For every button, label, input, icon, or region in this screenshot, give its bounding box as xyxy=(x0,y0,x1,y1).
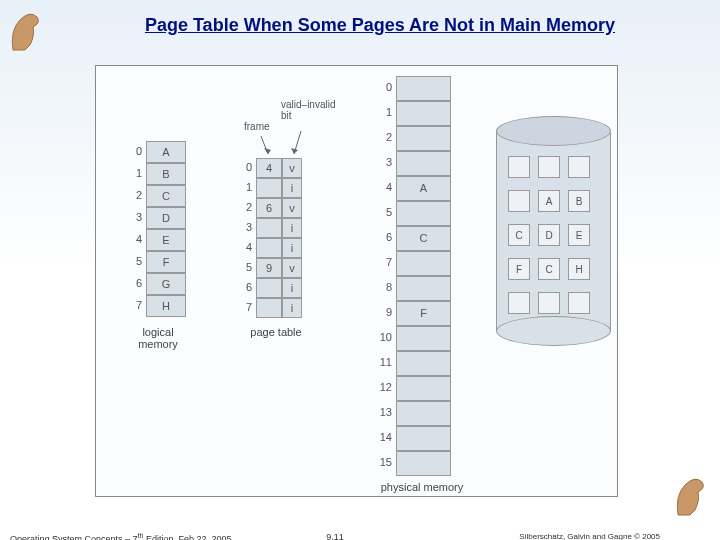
pt-frame-cell xyxy=(256,178,282,198)
logical-page-cell: A xyxy=(146,141,186,163)
phys-index: 10 xyxy=(372,331,392,343)
logical-index: 0 xyxy=(128,145,142,157)
dinosaur-icon xyxy=(670,470,710,520)
phys-index: 2 xyxy=(372,131,392,143)
phys-index: 4 xyxy=(372,181,392,193)
disk-slot xyxy=(508,190,530,212)
phys-index: 0 xyxy=(372,81,392,93)
phys-index: 11 xyxy=(372,356,392,368)
phys-index: 8 xyxy=(372,281,392,293)
phys-index: 12 xyxy=(372,381,392,393)
dinosaur-icon xyxy=(5,5,45,55)
pt-valid-cell: i xyxy=(282,278,302,298)
phys-index: 9 xyxy=(372,306,392,318)
logical-index: 5 xyxy=(128,255,142,267)
pt-frame-cell: 9 xyxy=(256,258,282,278)
footer-left: Operating System Concepts – 7th Edition,… xyxy=(10,532,231,540)
logical-index: 2 xyxy=(128,189,142,201)
disk-slot: D xyxy=(538,224,560,246)
pt-frame-cell xyxy=(256,238,282,258)
disk-slot: C xyxy=(508,224,530,246)
disk-slot xyxy=(508,292,530,314)
phys-frame-cell xyxy=(396,251,451,276)
phys-index: 1 xyxy=(372,106,392,118)
logical-page-cell: B xyxy=(146,163,186,185)
disk-slot: E xyxy=(568,224,590,246)
logical-page-cell: D xyxy=(146,207,186,229)
pt-index: 2 xyxy=(238,201,252,213)
phys-frame-cell: F xyxy=(396,301,451,326)
phys-frame-cell: C xyxy=(396,226,451,251)
pt-valid-cell: i xyxy=(282,218,302,238)
phys-frame-cell xyxy=(396,426,451,451)
copyright: Silberschatz, Galvin and Gagne © 2005 xyxy=(519,532,660,540)
pt-index: 1 xyxy=(238,181,252,193)
pt-valid-cell: v xyxy=(282,198,302,218)
phys-frame-cell xyxy=(396,351,451,376)
phys-frame-cell xyxy=(396,376,451,401)
logical-page-cell: C xyxy=(146,185,186,207)
pt-frame-cell xyxy=(256,298,282,318)
phys-index: 6 xyxy=(372,231,392,243)
logical-index: 1 xyxy=(128,167,142,179)
disk-slot xyxy=(538,156,560,178)
logical-index: 6 xyxy=(128,277,142,289)
logical-index: 7 xyxy=(128,299,142,311)
svg-marker-1 xyxy=(264,148,271,154)
disk-slot xyxy=(538,292,560,314)
logical-page-cell: G xyxy=(146,273,186,295)
phys-index: 13 xyxy=(372,406,392,418)
disk-slot xyxy=(508,156,530,178)
phys-index: 7 xyxy=(372,256,392,268)
svg-marker-3 xyxy=(291,148,298,154)
phys-frame-cell xyxy=(396,451,451,476)
phys-frame-cell: A xyxy=(396,176,451,201)
phys-index: 15 xyxy=(372,456,392,468)
phys-frame-cell xyxy=(396,401,451,426)
pt-index: 5 xyxy=(238,261,252,273)
phys-index: 3 xyxy=(372,156,392,168)
pt-valid-cell: i xyxy=(282,178,302,198)
phys-frame-cell xyxy=(396,126,451,151)
phys-index: 14 xyxy=(372,431,392,443)
physical-memory-label: physical memory xyxy=(372,481,472,493)
disk-slot: H xyxy=(568,258,590,280)
slide-number: 9.11 xyxy=(326,532,344,540)
phys-frame-cell xyxy=(396,201,451,226)
pt-frame-cell xyxy=(256,278,282,298)
logical-page-cell: H xyxy=(146,295,186,317)
disk-slot: F xyxy=(508,258,530,280)
valid-bit-label: valid–invalid bit xyxy=(281,99,335,121)
disk-slot: A xyxy=(538,190,560,212)
logical-page-cell: E xyxy=(146,229,186,251)
logical-index: 3 xyxy=(128,211,142,223)
phys-frame-cell xyxy=(396,326,451,351)
pt-index: 6 xyxy=(238,281,252,293)
disk-slot: C xyxy=(538,258,560,280)
pt-frame-cell: 6 xyxy=(256,198,282,218)
pt-index: 4 xyxy=(238,241,252,253)
pt-valid-cell: i xyxy=(282,298,302,318)
phys-frame-cell xyxy=(396,76,451,101)
phys-index: 5 xyxy=(372,206,392,218)
disk-slot: B xyxy=(568,190,590,212)
diagram: 0A1B2C3D4E5F6G7H logical memory 04v1i26v… xyxy=(95,65,618,497)
phys-frame-cell xyxy=(396,151,451,176)
disk-slot xyxy=(568,156,590,178)
pt-index: 7 xyxy=(238,301,252,313)
disk-slot xyxy=(568,292,590,314)
pt-index: 3 xyxy=(238,221,252,233)
pt-index: 0 xyxy=(238,161,252,173)
page-title: Page Table When Some Pages Are Not in Ma… xyxy=(60,15,700,36)
phys-frame-cell xyxy=(396,276,451,301)
pt-frame-cell xyxy=(256,218,282,238)
pt-valid-cell: i xyxy=(282,238,302,258)
pt-valid-cell: v xyxy=(282,258,302,278)
phys-frame-cell xyxy=(396,101,451,126)
arrow-icon xyxy=(256,126,316,166)
logical-page-cell: F xyxy=(146,251,186,273)
logical-index: 4 xyxy=(128,233,142,245)
logical-memory-label: logical memory xyxy=(128,326,188,350)
page-table-label: page table xyxy=(236,326,316,338)
